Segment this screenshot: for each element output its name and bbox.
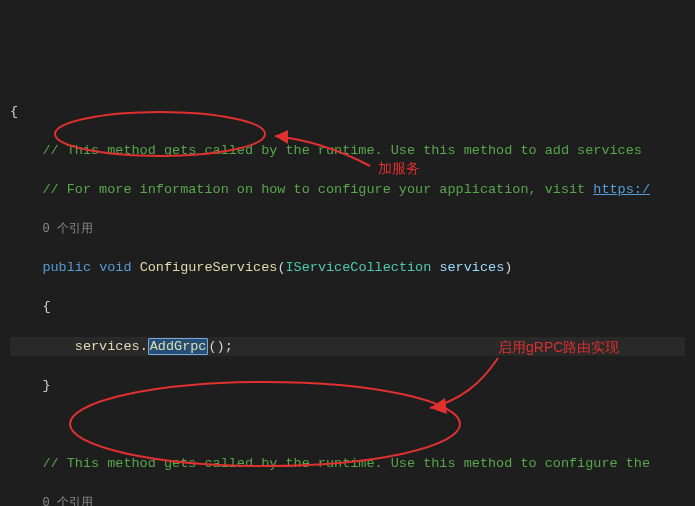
brace-line: {	[10, 102, 685, 122]
comment-line: // This method gets called by the runtim…	[10, 454, 685, 474]
blank-line	[10, 415, 685, 435]
brace-line: }	[10, 376, 685, 396]
brace-line: {	[10, 297, 685, 317]
comment-line: // This method gets called by the runtim…	[10, 141, 685, 161]
codelens-references[interactable]: 0 个引用	[10, 493, 685, 506]
selected-text: AddGrpc	[148, 338, 209, 355]
annotation-add-service: 加服务	[378, 158, 420, 178]
code-editor[interactable]: { // This method gets called by the runt…	[10, 82, 685, 506]
method-signature: public void ConfigureServices(IServiceCo…	[10, 258, 685, 278]
codelens-references[interactable]: 0 个引用	[10, 219, 685, 239]
comment-line: // For more information on how to config…	[10, 180, 685, 200]
annotation-enable-grpc-routing: 启用gRPC路由实现	[498, 337, 619, 357]
doc-link[interactable]: https:/	[593, 182, 650, 197]
